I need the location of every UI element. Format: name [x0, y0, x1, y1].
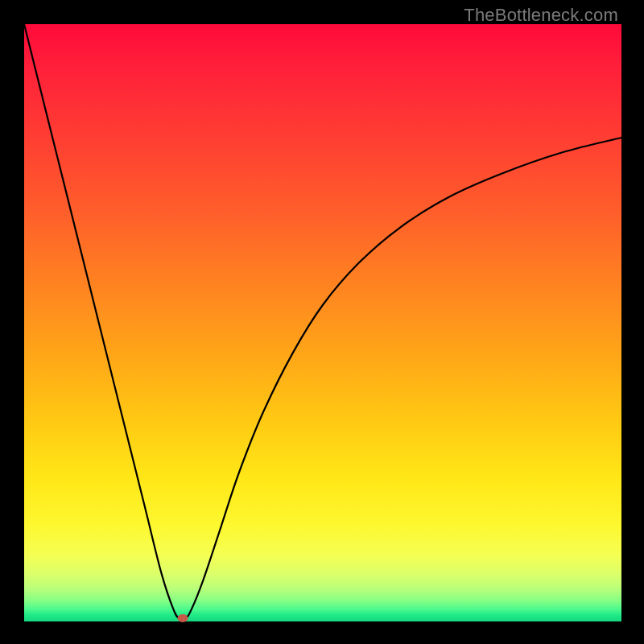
minimum-marker [177, 614, 188, 622]
bottleneck-curve [24, 24, 621, 621]
chart-frame: TheBottleneck.com [0, 0, 644, 644]
plot-area [24, 24, 621, 621]
watermark-text: TheBottleneck.com [464, 5, 618, 26]
